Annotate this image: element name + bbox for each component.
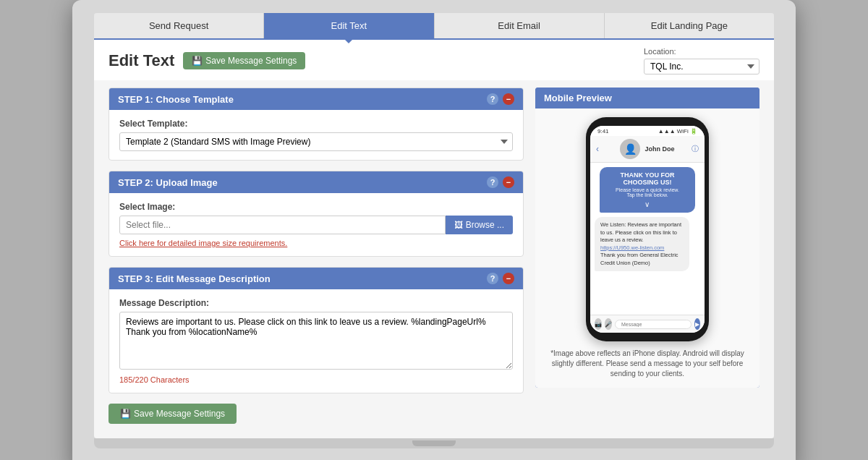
step1-header: STEP 1: Choose Template ? − xyxy=(109,88,523,110)
preview-body: 9:41 ▲▲▲ WiFi 🔋 ‹ 👤 John Doe ⓘ xyxy=(535,108,760,388)
contact-name: John Doe xyxy=(644,145,674,153)
step1-help-icon[interactable]: ? xyxy=(487,93,498,105)
location-select[interactable]: TQL Inc. xyxy=(644,59,760,74)
save-message-settings-button-bottom[interactable]: 💾 Save Message Settings xyxy=(109,404,237,424)
file-input-row: 🖼 Browse ... xyxy=(119,216,513,234)
phone-contact-bar: ‹ 👤 John Doe ⓘ xyxy=(590,136,705,163)
save-bottom-container: 💾 Save Message Settings xyxy=(109,404,524,424)
contact-avatar: 👤 xyxy=(620,139,640,159)
preview-note: *Image above reflects an iPhone display.… xyxy=(544,349,751,379)
page-header: Edit Text 💾 Save Message Settings Locati… xyxy=(94,40,774,80)
browse-button[interactable]: 🖼 Browse ... xyxy=(446,216,513,234)
camera-icon[interactable]: 📷 xyxy=(595,318,602,330)
bubble-small1: Please leave a quick review. xyxy=(605,187,689,192)
step3-section: STEP 3: Edit Message Description ? − Mes… xyxy=(109,267,524,393)
save-bottom-icon: 💾 xyxy=(120,409,131,419)
msg-line1: We Listen: Reviews are important to us. … xyxy=(600,221,681,243)
phone-message-input[interactable] xyxy=(615,320,692,329)
step2-section: STEP 2: Upload Image ? − Select Image: 🖼 xyxy=(109,171,524,257)
tabs-bar: Send Request Edit Text Edit Email Edit L… xyxy=(94,13,774,40)
info-icon[interactable]: ⓘ xyxy=(692,144,699,154)
right-panel: Mobile Preview 9:41 ▲▲▲ WiFi 🔋 xyxy=(535,88,760,424)
step3-title: STEP 3: Edit Message Description xyxy=(118,273,271,284)
tab-edit-email[interactable]: Edit Email xyxy=(435,13,605,38)
back-icon[interactable]: ‹ xyxy=(596,144,599,154)
step1-collapse-icon[interactable]: − xyxy=(503,93,514,105)
msg-line2: Thank you from General Electric Credit U… xyxy=(600,252,678,266)
step3-body: Message Description: Reviews are importa… xyxy=(109,289,523,393)
phone-status-bar: 9:41 ▲▲▲ WiFi 🔋 xyxy=(590,126,705,136)
preview-section: Mobile Preview 9:41 ▲▲▲ WiFi 🔋 xyxy=(535,88,760,388)
step2-title: STEP 2: Upload Image xyxy=(118,177,218,188)
send-icon[interactable]: ▶ xyxy=(694,318,700,330)
image-requirements-link[interactable]: Click here for detailed image size requi… xyxy=(119,239,513,247)
step3-help-icon[interactable]: ? xyxy=(487,273,498,284)
save-icon: 💾 xyxy=(192,56,203,66)
save-message-settings-button-top[interactable]: 💾 Save Message Settings xyxy=(183,52,305,69)
phone-messages: THANK YOU FOR CHOOSING US! Please leave … xyxy=(590,163,705,315)
tab-edit-landing-page[interactable]: Edit Landing Page xyxy=(605,13,774,38)
step1-icons: ? − xyxy=(487,93,514,105)
phone-input-bar: 📷 🎤 ▶ xyxy=(590,315,705,333)
file-input[interactable] xyxy=(119,216,446,234)
location-block: Location: TQL Inc. xyxy=(644,47,760,74)
char-count: 185/220 Characters xyxy=(119,375,513,384)
phone-mockup: 9:41 ▲▲▲ WiFi 🔋 ‹ 👤 John Doe ⓘ xyxy=(586,117,709,341)
page-title: Edit Text xyxy=(109,51,174,70)
message-textarea[interactable]: Reviews are important to us. Please clic… xyxy=(119,312,513,370)
step2-collapse-icon[interactable]: − xyxy=(503,176,514,188)
step2-header: STEP 2: Upload Image ? − xyxy=(109,171,523,193)
step2-icons: ? − xyxy=(487,176,514,188)
tab-send-request[interactable]: Send Request xyxy=(94,13,264,38)
step1-field-label: Select Template: xyxy=(119,119,513,129)
main-content: STEP 1: Choose Template ? − Select Templ… xyxy=(94,80,774,438)
step3-header: STEP 3: Edit Message Description ? − xyxy=(109,268,523,289)
phone-screen: 9:41 ▲▲▲ WiFi 🔋 ‹ 👤 John Doe ⓘ xyxy=(590,126,705,333)
location-label: Location: xyxy=(644,47,676,56)
tab-edit-text[interactable]: Edit Text xyxy=(264,13,434,38)
phone-time: 9:41 xyxy=(597,128,609,135)
step1-section: STEP 1: Choose Template ? − Select Templ… xyxy=(109,88,524,161)
bubble-big-text: THANK YOU FOR CHOOSING US! xyxy=(605,171,689,186)
step2-body: Select Image: 🖼 Browse ... Click here fo… xyxy=(109,193,523,256)
left-panel: STEP 1: Choose Template ? − Select Templ… xyxy=(109,88,524,424)
step1-body: Select Template: Template 2 (Standard SM… xyxy=(109,110,523,160)
browse-icon: 🖼 xyxy=(454,220,463,230)
msg-link[interactable]: https://U950.we-listen.com xyxy=(600,244,664,251)
preview-header: Mobile Preview xyxy=(535,88,760,108)
mic-icon[interactable]: 🎤 xyxy=(605,318,612,330)
step3-icons: ? − xyxy=(487,273,514,284)
step2-help-icon[interactable]: ? xyxy=(487,176,498,188)
step2-field-label: Select Image: xyxy=(119,202,513,212)
message-bubble-white: We Listen: Reviews are important to us. … xyxy=(595,217,689,271)
message-bubble-blue: THANK YOU FOR CHOOSING US! Please leave … xyxy=(600,167,694,213)
step1-title: STEP 1: Choose Template xyxy=(118,94,234,105)
step3-collapse-icon[interactable]: − xyxy=(503,273,514,284)
chevron-down-icon: ∨ xyxy=(605,200,689,208)
step3-field-label: Message Description: xyxy=(119,298,513,308)
template-select[interactable]: Template 2 (Standard SMS with Image Prev… xyxy=(119,132,513,151)
phone-signal: ▲▲▲ WiFi 🔋 xyxy=(658,128,697,135)
bubble-small2: Tap the link below. xyxy=(605,192,689,197)
